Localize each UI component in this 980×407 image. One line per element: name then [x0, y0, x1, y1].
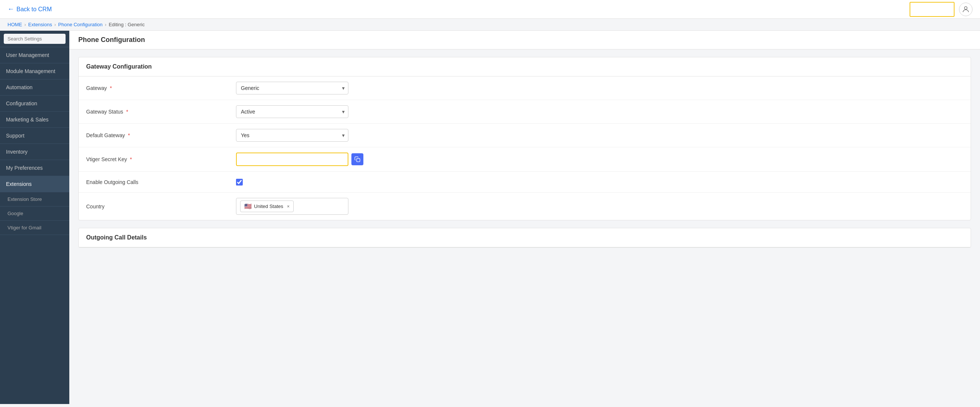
sidebar-item-user-management[interactable]: User Management	[0, 47, 69, 63]
back-to-crm-label: Back to CRM	[16, 6, 52, 13]
vtiger-secret-key-required: *	[130, 156, 132, 162]
sidebar-item-automation[interactable]: Automation	[0, 80, 69, 96]
sidebar-search-wrapper	[0, 31, 69, 47]
gateway-status-select[interactable]: Active Inactive	[236, 105, 348, 118]
top-bar: ← Back to CRM	[0, 0, 980, 19]
sidebar-item-vtiger-for-gmail[interactable]: Vtiger for Gmail	[0, 221, 69, 235]
default-gateway-label: Default Gateway *	[86, 132, 236, 138]
main-layout: User Management Module Management Automa…	[0, 31, 980, 404]
sidebar-item-support[interactable]: Support	[0, 128, 69, 144]
breadcrumb-sep2: ›	[54, 22, 56, 27]
vtiger-secret-key-field	[236, 153, 963, 166]
us-flag-icon: 🇺🇸	[244, 203, 252, 210]
sidebar: User Management Module Management Automa…	[0, 31, 69, 404]
sidebar-item-module-management[interactable]: Module Management	[0, 63, 69, 80]
breadcrumb-home[interactable]: HOME	[8, 22, 22, 27]
gateway-config-title: Gateway Configuration	[79, 57, 970, 77]
remove-country-button[interactable]: ×	[287, 204, 290, 209]
gateway-select-wrapper: Generic Twilio Vonage ▾	[236, 82, 348, 94]
enable-outgoing-calls-field	[236, 179, 963, 185]
form-row-default-gateway: Default Gateway * Yes No ▾	[79, 124, 970, 147]
top-right-highlight-box	[910, 2, 955, 17]
vtiger-secret-key-input[interactable]	[236, 153, 348, 166]
form-row-enable-outgoing-calls: Enable Outgoing Calls	[79, 172, 970, 193]
back-arrow-icon: ←	[8, 5, 14, 13]
gateway-status-select-wrapper: Active Inactive ▾	[236, 105, 348, 118]
default-gateway-field: Yes No ▾	[236, 129, 963, 142]
breadcrumb: HOME › Extensions › Phone Configuration …	[0, 19, 980, 31]
gateway-status-field: Active Inactive ▾	[236, 105, 963, 118]
page-title-bar: Phone Configuration	[69, 31, 980, 49]
svg-point-0	[964, 6, 967, 9]
breadcrumb-sep1: ›	[24, 22, 26, 27]
vtiger-secret-key-label: Vtiger Secret Key *	[86, 156, 236, 162]
breadcrumb-editing: Editing : Generic	[109, 22, 145, 27]
default-gateway-select[interactable]: Yes No	[236, 129, 348, 142]
country-field: 🇺🇸 United States ×	[236, 198, 963, 215]
country-field-wrapper[interactable]: 🇺🇸 United States ×	[236, 198, 348, 215]
sidebar-item-configuration[interactable]: Configuration	[0, 96, 69, 112]
form-row-gateway-status: Gateway Status * Active Inactive ▾	[79, 100, 970, 124]
default-gateway-select-wrapper: Yes No ▾	[236, 129, 348, 142]
sidebar-item-google[interactable]: Google	[0, 206, 69, 221]
enable-outgoing-calls-checkbox[interactable]	[236, 179, 243, 185]
gateway-field: Generic Twilio Vonage ▾	[236, 82, 963, 94]
sidebar-item-inventory[interactable]: Inventory	[0, 144, 69, 160]
copy-secret-key-button[interactable]	[352, 153, 363, 165]
enable-outgoing-calls-label: Enable Outgoing Calls	[86, 179, 236, 185]
sidebar-item-marketing-sales[interactable]: Marketing & Sales	[0, 112, 69, 128]
outgoing-call-details-section: Outgoing Call Details	[78, 228, 971, 248]
outgoing-call-details-title: Outgoing Call Details	[79, 228, 970, 247]
main-content: Phone Configuration Gateway Configuratio…	[69, 31, 980, 404]
gateway-required: *	[110, 85, 111, 91]
gateway-status-label: Gateway Status *	[86, 109, 236, 115]
breadcrumb-phone-config[interactable]: Phone Configuration	[58, 22, 103, 27]
sidebar-item-extensions[interactable]: Extensions	[0, 176, 69, 192]
user-avatar-icon[interactable]	[959, 3, 972, 16]
form-row-country: Country 🇺🇸 United States ×	[79, 193, 970, 220]
gateway-select[interactable]: Generic Twilio Vonage	[236, 82, 348, 94]
country-label: Country	[86, 203, 236, 209]
page-title: Phone Configuration	[78, 36, 145, 43]
country-tag-label: United States	[254, 203, 283, 209]
form-row-vtiger-secret-key: Vtiger Secret Key *	[79, 147, 970, 172]
breadcrumb-extensions[interactable]: Extensions	[28, 22, 52, 27]
search-settings-input[interactable]	[4, 34, 65, 44]
sidebar-item-my-preferences[interactable]: My Preferences	[0, 160, 69, 176]
breadcrumb-sep3: ›	[105, 22, 107, 27]
svg-rect-1	[356, 158, 360, 162]
gateway-label: Gateway *	[86, 85, 236, 91]
back-to-crm-link[interactable]: ← Back to CRM	[8, 5, 52, 13]
gateway-status-required: *	[126, 109, 128, 115]
form-row-gateway: Gateway * Generic Twilio Vonage ▾	[79, 77, 970, 100]
sidebar-item-extension-store[interactable]: Extension Store	[0, 192, 69, 206]
default-gateway-required: *	[128, 132, 130, 138]
gateway-config-section: Gateway Configuration Gateway * Generic …	[78, 57, 971, 220]
country-tag-us: 🇺🇸 United States ×	[240, 201, 294, 212]
